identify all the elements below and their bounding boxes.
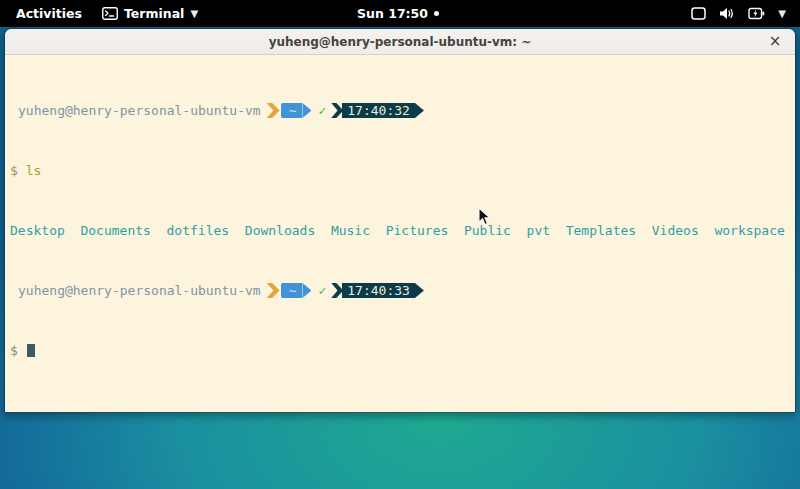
chevron-down-icon: ▼ — [190, 9, 198, 19]
clock-label: Sun 17:50 — [357, 6, 428, 21]
volume-icon — [719, 7, 735, 20]
command-line: $ ls — [10, 163, 790, 178]
clock-button[interactable]: Sun 17:50 — [357, 6, 439, 21]
shell-prompt-symbol: $ — [10, 343, 18, 358]
screen-share-icon — [691, 7, 706, 20]
gnome-top-bar: Activities Terminal ▼ Sun 17:50 — [0, 0, 800, 27]
terminal-block-cursor — [27, 344, 35, 357]
powerline-chevron-icon — [267, 103, 280, 118]
powerline-arrow-icon — [415, 103, 424, 118]
prompt-time: 17:40:33 — [342, 283, 415, 298]
directory-list: Desktop Documents dotfiles Downloads Mus… — [10, 223, 785, 238]
prompt-line-2: yuheng@henry-personal-ubuntu-vm ~ ✓ 17:4… — [10, 283, 790, 298]
battery-charging-icon — [748, 7, 765, 20]
typed-command: ls — [26, 163, 42, 178]
prompt-cwd-segment: ~ — [281, 103, 303, 118]
close-button[interactable]: × — [764, 30, 786, 52]
prompt-line-1: yuheng@henry-personal-ubuntu-vm ~ ✓ 17:4… — [10, 103, 790, 118]
terminal-icon — [102, 7, 118, 20]
shell-prompt-symbol: $ — [10, 163, 18, 178]
prompt-cwd-segment: ~ — [281, 283, 303, 298]
powerline-arrow-icon — [302, 283, 311, 298]
app-menu-terminal[interactable]: Terminal ▼ — [102, 6, 198, 21]
system-status-area[interactable]: ▼ — [439, 7, 800, 20]
powerline-arrow-icon — [302, 103, 311, 118]
app-menu-label: Terminal — [124, 6, 184, 21]
desktop: Activities Terminal ▼ Sun 17:50 — [0, 0, 800, 489]
activities-button[interactable]: Activities — [10, 3, 88, 24]
system-menu-chevron-icon: ▼ — [778, 9, 786, 19]
terminal-window: yuheng@henry-personal-ubuntu-vm: ~ × yuh… — [4, 28, 796, 413]
powerline-chevron-icon — [267, 283, 280, 298]
ls-output-line: Desktop Documents dotfiles Downloads Mus… — [10, 223, 790, 238]
window-title: yuheng@henry-personal-ubuntu-vm: ~ — [269, 35, 532, 49]
input-line[interactable]: $ — [10, 343, 790, 358]
status-check-icon: ✓ — [318, 283, 326, 298]
status-check-icon: ✓ — [318, 103, 326, 118]
titlebar[interactable]: yuheng@henry-personal-ubuntu-vm: ~ × — [5, 29, 795, 55]
terminal-content[interactable]: yuheng@henry-personal-ubuntu-vm ~ ✓ 17:4… — [5, 55, 795, 412]
prompt-user-host: yuheng@henry-personal-ubuntu-vm — [18, 283, 261, 298]
prompt-user-host: yuheng@henry-personal-ubuntu-vm — [18, 103, 261, 118]
prompt-time: 17:40:32 — [342, 103, 415, 118]
powerline-arrow-icon — [415, 283, 424, 298]
